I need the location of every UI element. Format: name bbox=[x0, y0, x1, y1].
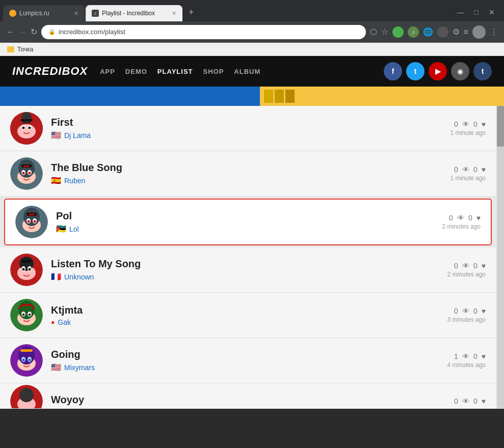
author-link-listen[interactable]: Unknown bbox=[64, 273, 94, 281]
eye-icon-woyoy: 👁 bbox=[462, 397, 469, 405]
stats-row-ktjmta: 0 👁 0 ♥ bbox=[454, 307, 486, 315]
avatar-blue-song bbox=[10, 157, 43, 190]
maximize-button[interactable]: □ bbox=[469, 6, 484, 18]
ext-icon-3[interactable]: 🌐 bbox=[423, 27, 433, 37]
author-link-pol[interactable]: Lol bbox=[69, 225, 79, 233]
playlist-item-going[interactable]: Going 🇺🇸 Mixymars 1 👁 0 ♥ 4 minutes ago bbox=[0, 338, 496, 383]
flag-pol: 🇲🇿 bbox=[56, 224, 66, 234]
nav-demo[interactable]: DEMO bbox=[125, 68, 147, 75]
item-title-first: First bbox=[51, 117, 442, 128]
heart-icon-first[interactable]: ♥ bbox=[482, 120, 486, 128]
logo[interactable]: INCREDIBOX bbox=[12, 65, 88, 78]
heart-icon-pol[interactable]: ♥ bbox=[476, 214, 481, 222]
tab-lumpics[interactable]: Lumpics.ru ✕ bbox=[3, 5, 85, 21]
item-stats-pol: 0 👁 0 ♥ 2 minutes ago bbox=[442, 214, 481, 230]
time-listen: 2 minutes ago bbox=[447, 271, 486, 278]
avatar-ktjmta bbox=[10, 299, 43, 331]
heart-icon-woyoy[interactable]: ♥ bbox=[482, 397, 486, 405]
tab-bar: Lumpics.ru ✕ ♪ Playlist - Incredibox ✕ +… bbox=[0, 0, 504, 21]
playlist-item-ktjmta[interactable]: Ktjmta ● Gak 0 👁 0 ♥ 3 minutes ago bbox=[0, 293, 496, 338]
item-stats-woyoy: 0 👁 0 ♥ bbox=[454, 397, 486, 405]
bookmark-folder-icon bbox=[7, 46, 14, 52]
eye-icon-ktjmta: 👁 bbox=[462, 307, 469, 315]
svg-point-33 bbox=[22, 268, 25, 271]
ext-icon-4[interactable] bbox=[437, 26, 448, 38]
social-youtube[interactable]: ▶ bbox=[429, 62, 447, 80]
nav-links: APP DEMO PLAYLIST SHOP ALBUM bbox=[100, 68, 260, 75]
ext-icon-5[interactable]: ⚙ bbox=[453, 27, 460, 37]
banner bbox=[0, 87, 504, 106]
nav-playlist[interactable]: PLAYLIST bbox=[157, 68, 193, 75]
translate-icon[interactable]: ⬡ bbox=[370, 27, 377, 37]
svg-point-44 bbox=[18, 346, 35, 365]
lock-icon: 🔒 bbox=[48, 29, 56, 35]
address-input[interactable]: 🔒 incredibox.com/playlist bbox=[41, 25, 366, 39]
bookmark-star-icon[interactable]: ☆ bbox=[381, 27, 388, 37]
refresh-button[interactable]: ↻ bbox=[31, 27, 37, 37]
playlist-item-blue-song[interactable]: The Blue Song 🇪🇸 Ruben 0 👁 0 ♥ 1 minute … bbox=[0, 151, 496, 197]
playlist-item-pol[interactable]: Pol 🇲🇿 Lol 0 👁 0 ♥ 2 minutes ago bbox=[4, 199, 492, 245]
browser-chrome: Lumpics.ru ✕ ♪ Playlist - Incredibox ✕ +… bbox=[0, 0, 504, 56]
item-info-pol: Pol 🇲🇿 Lol bbox=[56, 210, 434, 234]
back-button[interactable]: ← bbox=[6, 27, 14, 37]
menu-icon[interactable]: ⋮ bbox=[490, 27, 498, 37]
tab-close-lumpics[interactable]: ✕ bbox=[74, 10, 78, 17]
stats-row-pol: 0 👁 0 ♥ bbox=[449, 214, 481, 222]
item-author-ktjmta: ● Gak bbox=[51, 318, 439, 326]
bookmark-label[interactable]: Точка bbox=[17, 46, 33, 53]
author-link-ktjmta[interactable]: Gak bbox=[58, 318, 71, 326]
nav-shop[interactable]: SHOP bbox=[203, 68, 224, 75]
svg-point-41 bbox=[29, 314, 31, 316]
svg-point-15 bbox=[22, 172, 25, 175]
tab-close-incredibox[interactable]: ✕ bbox=[172, 10, 176, 17]
flag-going: 🇺🇸 bbox=[51, 362, 61, 372]
flag-listen: 🇫🇷 bbox=[51, 272, 61, 282]
forward-button[interactable]: → bbox=[18, 27, 26, 37]
author-link-blue-song[interactable]: Ruben bbox=[64, 177, 85, 185]
add-tab-button[interactable]: + bbox=[183, 7, 199, 18]
avatar-listen bbox=[10, 254, 43, 286]
social-tumblr[interactable]: t bbox=[473, 62, 492, 80]
heart-icon-blue-song[interactable]: ♥ bbox=[482, 165, 486, 174]
nav-app[interactable]: APP bbox=[100, 68, 115, 75]
close-button[interactable]: ✕ bbox=[484, 6, 500, 18]
svg-point-7 bbox=[22, 127, 25, 129]
avatar-icon[interactable] bbox=[472, 25, 486, 39]
navbar: INCREDIBOX APP DEMO PLAYLIST SHOP ALBUM … bbox=[0, 56, 504, 87]
banner-blue bbox=[0, 87, 260, 106]
scrollbar[interactable] bbox=[497, 106, 504, 409]
item-title-blue-song: The Blue Song bbox=[51, 162, 442, 174]
ext-icon-1[interactable] bbox=[392, 26, 404, 38]
eye-icon-listen: 👁 bbox=[462, 262, 469, 270]
author-link-going[interactable]: Mixymars bbox=[64, 363, 95, 372]
heart-icon-going[interactable]: ♥ bbox=[482, 352, 486, 360]
heart-icon-listen[interactable]: ♥ bbox=[482, 262, 486, 270]
ext-icon-6[interactable]: ≡ bbox=[464, 27, 468, 37]
tab-incredibox[interactable]: ♪ Playlist - Incredibox ✕ bbox=[86, 5, 182, 21]
item-stats-first: 0 👁 0 ♥ 1 minute ago bbox=[450, 120, 486, 136]
ext-icon-2[interactable]: ♪ bbox=[408, 26, 419, 38]
scrollbar-thumb[interactable] bbox=[497, 106, 504, 147]
playlist-item-woyoy[interactable]: Woyoy 0 👁 0 ♥ bbox=[0, 383, 496, 409]
heart-icon-ktjmta[interactable]: ♥ bbox=[482, 307, 486, 315]
playlist-item-first[interactable]: First 🇺🇸 Dj Lama 0 👁 0 ♥ 1 minute ago bbox=[0, 106, 496, 151]
eye-icon-blue-song: 👁 bbox=[462, 165, 469, 174]
social-twitter[interactable]: t bbox=[406, 62, 425, 80]
author-link-first[interactable]: Dj Lama bbox=[64, 131, 91, 139]
svg-point-8 bbox=[29, 127, 31, 129]
social-instagram[interactable]: ◉ bbox=[451, 62, 469, 80]
playlist-item-listen[interactable]: Listen To My Song 🇫🇷 Unknown 0 👁 0 ♥ 2 m… bbox=[0, 247, 496, 293]
stats-row-blue-song: 0 👁 0 ♥ bbox=[454, 165, 486, 174]
social-facebook[interactable]: f bbox=[384, 62, 402, 80]
bookmark-bar: Точка bbox=[0, 43, 504, 56]
time-blue-song: 1 minute ago bbox=[450, 175, 486, 182]
item-info-going: Going 🇺🇸 Mixymars bbox=[51, 349, 439, 372]
svg-rect-26 bbox=[29, 214, 35, 215]
item-title-ktjmta: Ktjmta bbox=[51, 304, 439, 316]
stats-row-going: 1 👁 0 ♥ bbox=[454, 352, 486, 360]
nav-album[interactable]: ALBUM bbox=[234, 68, 260, 75]
time-going: 4 minutes ago bbox=[447, 361, 486, 369]
item-title-going: Going bbox=[51, 349, 439, 360]
avatar-woyoy bbox=[10, 385, 43, 409]
minimize-button[interactable]: — bbox=[452, 6, 469, 18]
